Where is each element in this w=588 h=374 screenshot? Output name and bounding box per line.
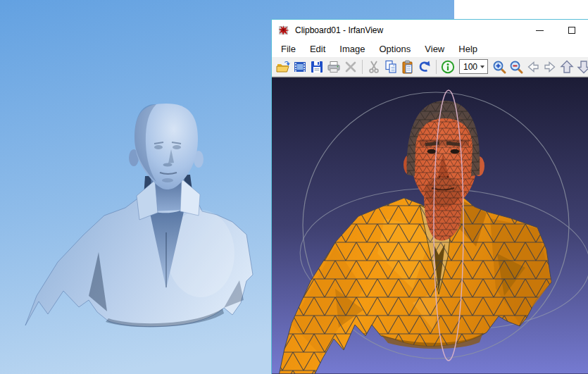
image-viewport[interactable] xyxy=(272,77,588,374)
title-bar[interactable]: Clipboard01 - IrfanView xyxy=(272,20,588,41)
screen: Clipboard01 - IrfanView File Edit Image … xyxy=(0,0,588,374)
zoom-out-icon[interactable] xyxy=(508,58,524,75)
menu-options[interactable]: Options xyxy=(373,42,418,56)
toolbar-separator xyxy=(436,60,437,74)
print-icon[interactable] xyxy=(326,58,342,75)
maximize-icon xyxy=(568,27,575,34)
chevron-down-icon[interactable] xyxy=(477,60,487,73)
save-icon[interactable] xyxy=(309,58,325,75)
menu-edit[interactable]: Edit xyxy=(303,42,332,56)
minimize-icon xyxy=(536,30,544,31)
toolbar: 100 xyxy=(272,57,588,77)
image-info-icon[interactable] xyxy=(440,58,456,75)
menu-help[interactable]: Help xyxy=(451,42,484,56)
next-image-icon[interactable] xyxy=(542,58,558,75)
cut-icon[interactable] xyxy=(366,58,382,75)
first-image-icon[interactable] xyxy=(559,58,575,75)
open-file-icon[interactable] xyxy=(275,58,291,75)
irfanview-window: Clipboard01 - IrfanView File Edit Image … xyxy=(271,19,588,374)
copy-icon[interactable] xyxy=(383,58,399,75)
irfanview-app-icon xyxy=(278,25,291,36)
menu-image[interactable]: Image xyxy=(332,42,372,56)
mesh-bust-image xyxy=(272,77,588,374)
toolbar-separator xyxy=(362,60,363,74)
previous-image-icon[interactable] xyxy=(525,58,541,75)
undo-icon[interactable] xyxy=(417,58,432,75)
menu-view[interactable]: View xyxy=(418,42,451,56)
last-image-icon[interactable] xyxy=(576,58,588,75)
zoom-in-icon[interactable] xyxy=(492,58,507,75)
minimize-button[interactable] xyxy=(523,20,556,41)
menu-file[interactable]: File xyxy=(274,42,303,56)
zoom-dropdown[interactable]: 100 xyxy=(459,59,488,74)
zoom-value: 100 xyxy=(460,62,477,72)
delete-icon[interactable] xyxy=(343,58,358,75)
maximize-button[interactable] xyxy=(556,20,588,41)
menu-bar: File Edit Image Options View Help xyxy=(272,41,588,57)
paste-icon[interactable] xyxy=(400,58,415,75)
window-title: Clipboard01 - IrfanView xyxy=(295,25,383,35)
thumbnails-icon[interactable] xyxy=(292,58,308,75)
caption-buttons xyxy=(523,20,588,41)
